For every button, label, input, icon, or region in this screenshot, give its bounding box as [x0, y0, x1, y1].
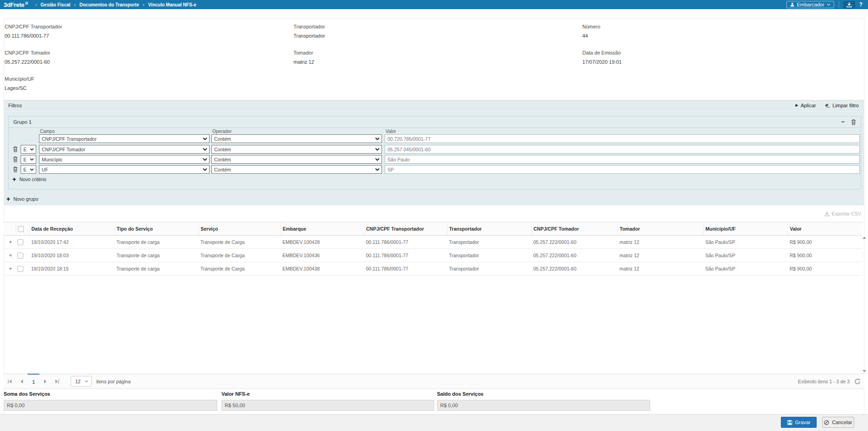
- total-label: Valor NFS-e: [221, 391, 434, 397]
- cell-servico: Transporte de Carga: [199, 236, 281, 249]
- table-header-row: Data de Recepção Tipo do Serviço Serviço…: [4, 222, 862, 236]
- soma-servicos-input: [4, 400, 217, 411]
- page-number-current[interactable]: 1: [28, 374, 39, 389]
- filter-value-input-4[interactable]: [385, 165, 860, 174]
- filter-value-input-3[interactable]: [385, 155, 860, 164]
- row-select-cell: [16, 236, 29, 249]
- breadcrumb-item-gestao-fiscal[interactable]: Gestão Fiscal: [41, 2, 71, 7]
- field-value: 00.111.786/0001-77: [5, 33, 62, 39]
- filters-body: Grupo 1 − Campo Operador Valor CNPJ/CPF …: [4, 111, 864, 205]
- clear-filter-button[interactable]: Limpar filtro: [824, 103, 859, 108]
- total-label: Saldo dos Serviços: [437, 391, 650, 397]
- cell-tipo-servico: Transporte de carga: [115, 249, 199, 262]
- filter-value-input-2[interactable]: [385, 145, 860, 154]
- select-all-checkbox[interactable]: [18, 226, 24, 232]
- chevron-down-icon: [375, 148, 380, 151]
- select-value: Contém: [214, 167, 231, 172]
- campo-column-label: Campo: [40, 129, 55, 134]
- app-logo[interactable]: 3dFrete: [4, 1, 28, 8]
- row-checkbox[interactable]: [17, 266, 23, 272]
- row-checkbox[interactable]: [17, 239, 23, 245]
- filter-value-input-1[interactable]: [385, 134, 860, 143]
- breadcrumb-item-documentos-do-transporte[interactable]: Documentos do Transporte: [79, 2, 139, 7]
- logic-operator-select-3[interactable]: E: [21, 155, 36, 164]
- filter-operator-select-3[interactable]: Contém: [211, 155, 382, 164]
- filter-operator-select-2[interactable]: Contém: [211, 145, 382, 154]
- breadcrumb-separator-icon: ›: [143, 2, 144, 7]
- new-group-button[interactable]: + Novo grupo: [6, 196, 38, 202]
- chevron-down-icon: [203, 137, 207, 140]
- col-transportador[interactable]: Transportador: [447, 222, 531, 236]
- download-icon: [824, 211, 829, 216]
- field-label: Número: [582, 24, 600, 33]
- refresh-button[interactable]: [854, 378, 861, 386]
- col-municipio-uf[interactable]: Município/UF: [703, 222, 788, 236]
- new-criterion-button[interactable]: + Novo critério: [12, 177, 46, 182]
- profile-menu-button[interactable]: Embarcador: [786, 1, 834, 8]
- topbar-divider: [839, 1, 839, 8]
- row-checkbox[interactable]: [17, 253, 23, 259]
- logic-operator-select-2[interactable]: E: [21, 145, 36, 154]
- col-valor[interactable]: Valor: [788, 222, 862, 236]
- filter-field-select-3[interactable]: Município: [39, 155, 210, 164]
- filter-field-select-2[interactable]: CNPJ/CPF Tomador: [39, 145, 210, 154]
- cell-cnpj-tomador: 05.257.222/0001-60: [531, 249, 618, 262]
- cell-tomador: matriz 12: [618, 236, 703, 249]
- cell-data-recepcao: 19/10/2020 18:15: [29, 262, 115, 276]
- cancel-button[interactable]: Cancelar: [822, 417, 854, 428]
- total-valor-nfse: Valor NFS-e: [221, 391, 434, 411]
- last-page-button[interactable]: [51, 374, 63, 389]
- expand-row-button[interactable]: +: [4, 262, 16, 276]
- field-label: CNPJ/CPF Tomador: [5, 50, 50, 59]
- cell-tipo-servico: Transporte de carga: [115, 236, 199, 249]
- delete-criterion-button-2[interactable]: [11, 145, 19, 153]
- info-field-transportador: Transportador Transportador: [293, 24, 325, 39]
- documents-table: Data de Recepção Tipo do Serviço Serviço…: [4, 222, 862, 276]
- cancel-icon: [824, 420, 829, 425]
- col-servico[interactable]: Serviço: [199, 222, 281, 236]
- select-value: UF: [42, 167, 48, 172]
- items-per-page-label: itens por página: [96, 379, 131, 384]
- table-row: + 19/10/2020 17:42 Transporte de carga T…: [4, 236, 862, 249]
- delete-group-button[interactable]: [851, 119, 856, 125]
- filter-operator-select-4[interactable]: Contém: [211, 165, 382, 174]
- help-button[interactable]: ?: [859, 1, 862, 8]
- delete-criterion-button-3[interactable]: [11, 155, 19, 163]
- download-button[interactable]: [843, 1, 855, 8]
- filters-actions: ▶ Aplicar Limpar filtro: [796, 103, 859, 108]
- table-scrollbar[interactable]: [862, 237, 867, 372]
- col-embarque[interactable]: Embarque: [281, 222, 364, 236]
- col-tipo-servico[interactable]: Tipo do Serviço: [115, 222, 199, 236]
- row-select-cell: [16, 249, 29, 262]
- eraser-icon: [824, 103, 830, 108]
- filter-field-select-4[interactable]: UF: [39, 165, 210, 174]
- field-label: Tomador: [293, 50, 314, 59]
- trash-icon: [13, 156, 18, 162]
- field-value: matriz 12: [293, 59, 314, 65]
- filter-field-select-1[interactable]: CNPJ/CPF Transportador: [39, 134, 210, 143]
- apply-filter-button[interactable]: ▶ Aplicar: [796, 103, 816, 108]
- col-tomador[interactable]: Tomador: [618, 222, 703, 236]
- logic-operator-select-4[interactable]: E: [21, 165, 36, 174]
- cell-data-recepcao: 19/10/2020 17:42: [29, 236, 115, 249]
- first-page-button[interactable]: [4, 374, 16, 389]
- col-data-recepcao[interactable]: Data de Recepção: [29, 222, 115, 236]
- save-button[interactable]: Gravar: [781, 417, 817, 428]
- expand-row-button[interactable]: +: [4, 249, 16, 262]
- trash-icon: [13, 146, 18, 152]
- breadcrumb-item-vinculo-manual-nfse[interactable]: Vínculo Manual NFS-e: [148, 2, 196, 7]
- next-page-button[interactable]: [39, 374, 51, 389]
- page-size-select[interactable]: 12: [71, 376, 92, 387]
- page-size-value: 12: [75, 379, 81, 384]
- cell-embarque: EMBDEV.100428: [281, 236, 364, 249]
- expand-row-button[interactable]: +: [4, 236, 16, 249]
- previous-page-button[interactable]: [16, 374, 28, 389]
- chevron-down-icon: [203, 168, 207, 171]
- filter-operator-select-1[interactable]: Contém: [211, 134, 382, 143]
- col-cnpj-transportador[interactable]: CNPJ/CPF Transportador: [364, 222, 447, 236]
- col-cnpj-tomador[interactable]: CNPJ/CPF Tomador: [531, 222, 618, 236]
- collapse-group-button[interactable]: −: [841, 120, 845, 124]
- export-csv-button[interactable]: Exportar CSV: [824, 211, 861, 216]
- delete-criterion-button-4[interactable]: [11, 166, 19, 173]
- chevron-down-icon: [30, 168, 34, 171]
